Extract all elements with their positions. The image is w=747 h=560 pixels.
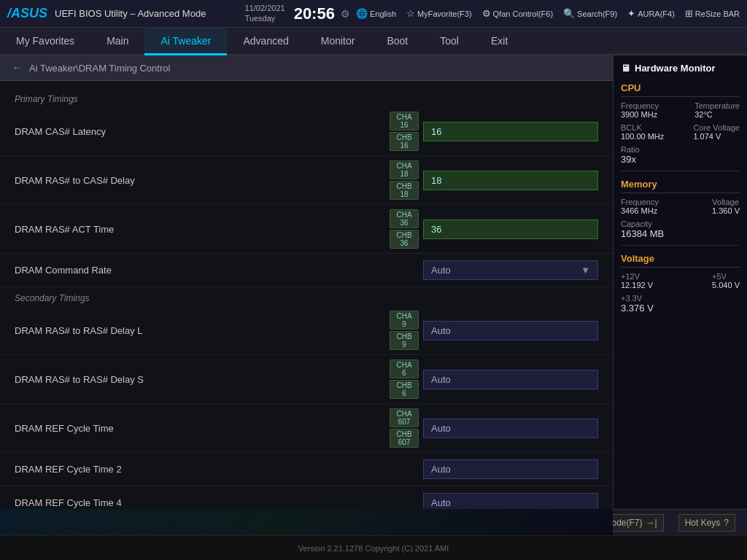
cpu-freq-value: 3900 MHz <box>621 110 659 119</box>
ras-ras-delay-l-chb: CHB9 <box>390 331 419 350</box>
ref-cycle-time-channels: CHA607 CHB607 <box>390 408 419 448</box>
search-icon: 🔍 <box>563 8 575 19</box>
asus-logo: /ASUS <box>7 6 47 21</box>
ras-cas-delay-chb: CHB18 <box>390 181 419 200</box>
setting-row-ras-act-time: DRAM RAS# ACT Time CHA36 CHB36 36 <box>0 205 613 254</box>
cas-latency-channels: CHA16 CHB16 <box>390 112 419 151</box>
ref-cycle-time-name: DRAM REF Cycle Time <box>15 423 390 434</box>
command-rate-name: DRAM Command Rate <box>15 265 423 276</box>
mem-voltage-value: 1.360 V <box>712 206 740 215</box>
ras-ras-delay-l-cha: CHA9 <box>390 311 419 330</box>
ras-ras-delay-s-chb: CHB6 <box>390 380 419 399</box>
cpu-bclk-value: 100.00 MHz <box>621 132 664 141</box>
setting-row-ref-cycle-time-2: DRAM REF Cycle Time 2 Auto <box>0 453 613 486</box>
cas-latency-value[interactable]: 16 <box>423 122 598 141</box>
nav-tool[interactable]: Tool <box>424 28 475 55</box>
monitor-icon: 🖥 <box>621 63 630 74</box>
secondary-timings-label: Secondary Timings <box>0 287 613 306</box>
ref-cycle-time-chb: CHB607 <box>390 429 419 448</box>
ras-ras-delay-l-name: DRAM RAS# to RAS# Delay L <box>15 325 390 336</box>
footer-text: Version 2.21.1278 Copyright (C) 2021 AMI <box>298 544 449 553</box>
cpu-section-title: CPU <box>621 82 740 97</box>
globe-icon: 🌐 <box>356 8 368 19</box>
cpu-divider <box>621 171 740 171</box>
mem-capacity-value: 16384 MB <box>621 228 740 239</box>
v5-label: +5V <box>712 272 740 281</box>
hotkeys-icon: ? <box>724 518 729 528</box>
datetime-display: 11/02/2021 Tuesday <box>245 4 285 23</box>
ref-cycle-time-value[interactable]: Auto <box>423 419 598 438</box>
hw-monitor-title: 🖥 Hardware Monitor <box>621 63 740 74</box>
cas-latency-chb: CHB16 <box>390 132 419 151</box>
ras-act-time-cha: CHA36 <box>390 209 419 228</box>
settings-gear-icon[interactable]: ⚙ <box>341 8 350 20</box>
nav-main[interactable]: Main <box>90 28 144 55</box>
cpu-vcore-value: 1.074 V <box>693 132 740 141</box>
mem-capacity-label: Capacity <box>621 219 740 228</box>
v33-label: +3.3V <box>621 294 740 303</box>
v12-label: +12V <box>621 272 653 281</box>
setting-row-command-rate: DRAM Command Rate Auto ▼ <box>0 254 613 287</box>
breadcrumb-path: Ai Tweaker\DRAM Timing Control <box>29 63 170 74</box>
ras-cas-delay-channels: CHA18 CHB18 <box>390 160 419 200</box>
ref-cycle-time-4-name: DRAM REF Cycle Time 4 <box>15 497 423 508</box>
setting-row-ras-cas-delay: DRAM RAS# to CAS# Delay CHA18 CHB18 18 <box>0 156 613 205</box>
toolbar-resizebar[interactable]: ⊞ ReSize BAR <box>685 8 740 19</box>
nav-ai-tweaker[interactable]: Ai Tweaker <box>144 28 227 55</box>
time-display: 20:56 <box>294 4 335 23</box>
toolbar-qfan[interactable]: ⚙ Qfan Control(F6) <box>482 8 554 19</box>
ras-cas-delay-value[interactable]: 18 <box>423 171 598 190</box>
nav-my-favorites[interactable]: My Favorites <box>0 28 90 55</box>
settings-content: Primary Timings DRAM CAS# Latency CHA16 … <box>0 81 613 509</box>
v5-value: 5.040 V <box>712 281 740 289</box>
toolbar-language[interactable]: 🌐 English <box>356 8 396 19</box>
breadcrumb: ← Ai Tweaker\DRAM Timing Control <box>0 55 613 81</box>
ref-cycle-time-4-value[interactable]: Auto <box>423 493 598 509</box>
cpu-frequency-row: Frequency 3900 MHz Temperature 32°C <box>621 101 740 119</box>
cas-latency-cha: CHA16 <box>390 112 419 131</box>
nav-monitor[interactable]: Monitor <box>305 28 371 55</box>
memory-freq-row: Frequency 3466 MHz Voltage 1.360 V <box>621 198 740 215</box>
ref-cycle-time-2-value[interactable]: Auto <box>423 459 598 479</box>
main-layout: ← Ai Tweaker\DRAM Timing Control Primary… <box>0 55 747 509</box>
mem-freq-label: Frequency <box>621 198 659 206</box>
hardware-monitor-sidebar: 🖥 Hardware Monitor CPU Frequency 3900 MH… <box>613 55 747 509</box>
ras-cas-delay-name: DRAM RAS# to CAS# Delay <box>15 175 390 186</box>
mem-voltage-label: Voltage <box>712 198 740 206</box>
ras-ras-delay-s-value[interactable]: Auto <box>423 370 598 389</box>
primary-timings-label: Primary Timings <box>0 88 613 107</box>
back-button[interactable]: ← <box>12 61 23 74</box>
cpu-freq-label: Frequency <box>621 101 659 110</box>
nav-exit[interactable]: Exit <box>475 28 524 55</box>
dropdown-arrow-icon: ▼ <box>581 265 590 276</box>
setting-row-ref-cycle-time: DRAM REF Cycle Time CHA607 CHB607 Auto <box>0 404 613 453</box>
ras-ras-delay-s-cha: CHA6 <box>390 359 419 378</box>
setting-row-ref-cycle-time-4: DRAM REF Cycle Time 4 Auto <box>0 486 613 509</box>
ras-ras-delay-l-channels: CHA9 CHB9 <box>390 311 419 350</box>
cpu-bclk-row: BCLK 100.00 MHz Core Voltage 1.074 V <box>621 123 740 141</box>
toolbar-search[interactable]: 🔍 Search(F9) <box>563 8 617 19</box>
nav-boot[interactable]: Boot <box>371 28 424 55</box>
voltage-12-row: +12V 12.192 V +5V 5.040 V <box>621 272 740 289</box>
cpu-vcore-label: Core Voltage <box>693 123 740 132</box>
hot-keys-button[interactable]: Hot Keys ? <box>678 514 735 532</box>
aura-icon: ✦ <box>627 8 635 19</box>
date-display: 11/02/2021 Tuesday <box>245 4 285 23</box>
content-area: ← Ai Tweaker\DRAM Timing Control Primary… <box>0 55 613 509</box>
ras-cas-delay-cha: CHA18 <box>390 160 419 179</box>
ref-cycle-time-cha: CHA607 <box>390 408 419 427</box>
voltage-section-title: Voltage <box>621 253 740 268</box>
setting-row-ras-ras-delay-l: DRAM RAS# to RAS# Delay L CHA9 CHB9 Auto <box>0 306 613 355</box>
toolbar-myfavorite[interactable]: ☆ MyFavorite(F3) <box>406 8 472 19</box>
nav-advanced[interactable]: Advanced <box>227 28 304 55</box>
cpu-temp-label: Temperature <box>694 101 740 110</box>
cas-latency-name: DRAM CAS# Latency <box>15 126 390 137</box>
toolbar-aura[interactable]: ✦ AURA(F4) <box>627 8 675 19</box>
ez-mode-icon: →| <box>646 518 657 528</box>
command-rate-dropdown[interactable]: Auto ▼ <box>423 260 598 280</box>
ras-ras-delay-l-value[interactable]: Auto <box>423 321 598 341</box>
ras-act-time-value[interactable]: 36 <box>423 219 598 239</box>
nav-menu: My Favorites Main Ai Tweaker Advanced Mo… <box>0 28 747 55</box>
cpu-temp-value: 32°C <box>694 110 740 119</box>
fan-icon: ⚙ <box>482 8 491 19</box>
